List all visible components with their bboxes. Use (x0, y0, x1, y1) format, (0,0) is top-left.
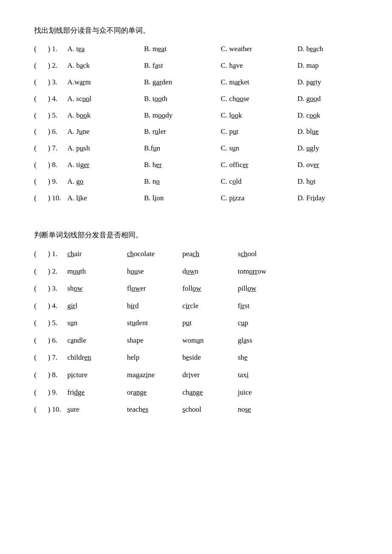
choice-c: C. weather (221, 43, 297, 55)
word1: show (67, 282, 127, 295)
table-row: () 10. A. like B. lion C. pizza D. Frida… (34, 192, 358, 205)
row-num: 9. (52, 176, 67, 188)
choice-a: A. tea (67, 43, 144, 55)
word4: first (238, 300, 249, 313)
choice-d: D. over (297, 159, 319, 171)
row-num: 2. (52, 265, 67, 278)
word2: student (127, 317, 182, 330)
row-num: 3. (52, 76, 67, 89)
word4: glass (238, 334, 252, 347)
word4: juice (238, 386, 252, 399)
row-num: 10. (52, 403, 67, 416)
choice-c: C. pizza (221, 192, 297, 205)
choice-c: C. cold (221, 176, 297, 188)
brackets: () (34, 142, 50, 155)
table-row: () 10. sure teaches school nose (34, 403, 358, 416)
row-num: 1. (52, 43, 67, 55)
choice-b: B. ruler (144, 126, 221, 138)
brackets: () (34, 159, 50, 171)
word2: shape (127, 334, 182, 347)
choice-b: B. lion (144, 192, 221, 205)
row-num: 7. (52, 351, 67, 364)
row-num: 5. (52, 317, 67, 330)
brackets: () (34, 334, 50, 347)
brackets: () (34, 110, 50, 122)
choice-d: D. good (297, 93, 321, 105)
brackets: () (34, 403, 50, 416)
choice-c: C. look (221, 110, 297, 122)
word3: peach (182, 248, 238, 261)
table-row: () 4. A. scool B. tooth C. choose D. goo… (34, 93, 358, 105)
choice-b: B. her (144, 159, 221, 171)
word1: girl (67, 300, 127, 313)
brackets: () (34, 300, 50, 313)
choice-b: B. tooth (144, 93, 221, 105)
word3: put (182, 317, 238, 330)
brackets: () (34, 369, 50, 382)
word4: tomorrow (238, 265, 266, 278)
row-num: 8. (52, 159, 67, 171)
choice-d: D. Friday (297, 192, 325, 205)
choice-a: A. like (67, 192, 144, 205)
choice-b: B. fast (144, 60, 221, 72)
brackets: () (34, 386, 50, 399)
word1: sun (67, 317, 127, 330)
choice-a: A.warm (67, 76, 144, 89)
table-row: () 1. A. tea B. meat C. weather D. beach (34, 43, 358, 55)
brackets: () (34, 248, 50, 261)
word3: change (182, 386, 238, 399)
word2: teaches (127, 403, 182, 416)
choice-a: A. June (67, 126, 144, 138)
choice-d: D. hot (297, 176, 316, 188)
table-row: () 1. chair chocolate peach school (34, 248, 358, 261)
choice-b: B. moody (144, 110, 221, 122)
word2: chocolate (127, 248, 182, 261)
row-num: 6. (52, 334, 67, 347)
table-row: () 7. children help beside she (34, 351, 358, 364)
section1-title: 找出划线部分读音与众不同的单词。 (34, 26, 358, 35)
word3: follow (182, 282, 238, 295)
choice-a: A. scool (67, 93, 144, 105)
brackets: () (34, 126, 50, 138)
table-row: () 6. candle shape woman glass (34, 334, 358, 347)
brackets: () (34, 192, 50, 205)
word4: pillow (238, 282, 256, 295)
row-num: 3. (52, 282, 67, 295)
section2: 判断单词划线部分发音是否相同。 () 1. chair chocolate pe… (34, 230, 358, 416)
brackets: () (34, 351, 50, 364)
word2: orange (127, 386, 182, 399)
table-row: () 3. A.warm B. garden C. market D. part… (34, 76, 358, 89)
word3: beside (182, 351, 238, 364)
table-row: () 5. A. book B. moody C. look D. cook (34, 110, 358, 122)
table-row: () 2. mouth house down tomorrow (34, 265, 358, 278)
brackets: () (34, 43, 50, 55)
word4: cup (238, 317, 248, 330)
choice-c: C. put (221, 126, 297, 138)
brackets: () (34, 60, 50, 72)
choice-c: C. sun (221, 142, 297, 155)
table-row: () 8. picture magazine driver taxi (34, 369, 358, 382)
row-num: 10. (52, 192, 67, 205)
row-num: 8. (52, 369, 67, 382)
word3: woman (182, 334, 238, 347)
choice-d: D. map (297, 60, 319, 72)
table-row: () 9. A. go B. no C. cold D. hot (34, 176, 358, 188)
table-row: () 9. fridge orange change juice (34, 386, 358, 399)
row-num: 7. (52, 142, 67, 155)
choice-d: D. ugly (297, 142, 319, 155)
row-num: 4. (52, 93, 67, 105)
choice-a: A. book (67, 110, 144, 122)
choice-c: C. have (221, 60, 297, 72)
word3: circle (182, 300, 238, 313)
choice-b: B.fun (144, 142, 221, 155)
table-row: () 2. A. back B. fast C. have D. map (34, 60, 358, 72)
word2: help (127, 351, 182, 364)
choice-c: C. choose (221, 93, 297, 105)
table-row: () 4. girl bird circle first (34, 300, 358, 313)
choice-c: C. officer (221, 159, 297, 171)
choice-c: C. market (221, 76, 297, 89)
table-row: () 3. show flower follow pillow (34, 282, 358, 295)
choice-d: D. cook (297, 110, 320, 122)
brackets: () (34, 282, 50, 295)
table-row: () 8. A. tiger B. her C. officer D. over (34, 159, 358, 171)
